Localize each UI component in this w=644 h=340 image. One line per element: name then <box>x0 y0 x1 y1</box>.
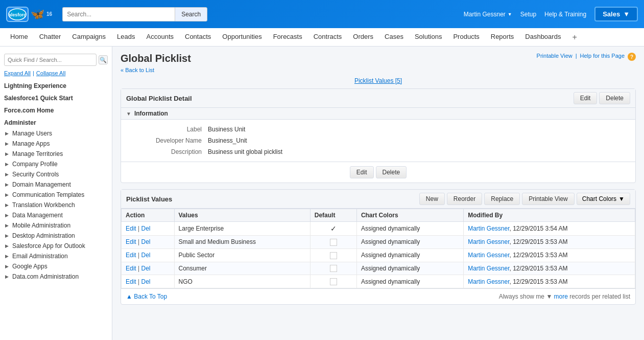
chevron-right-icon: ▶ <box>5 274 10 279</box>
sidebar-item-label: Salesforce App for Outlook <box>12 242 85 250</box>
col-modified-by: Modified By <box>464 209 635 222</box>
user-menu[interactable]: Martin Gessner ▼ <box>464 11 512 18</box>
nav-contacts[interactable]: Contacts <box>180 29 216 46</box>
sidebar-item-data-management[interactable]: ▶ Data Management <box>0 210 112 220</box>
sidebar-item-manage-users[interactable]: ▶ Manage Users <box>0 128 112 139</box>
nav-home[interactable]: Home <box>5 29 33 46</box>
nav-cases[interactable]: Cases <box>379 29 409 46</box>
nav-forecasts[interactable]: Forecasts <box>268 29 307 46</box>
info-section-toggle[interactable]: ▼ Information <box>121 108 635 120</box>
del-link-1[interactable]: Del <box>141 225 150 232</box>
detail-edit-button[interactable]: Edit <box>574 92 598 104</box>
modified-user-link-1[interactable]: Martin Gessner <box>468 225 509 232</box>
edit-link-1[interactable]: Edit <box>126 225 136 232</box>
chevron-down-icon: ▼ <box>126 111 131 117</box>
header-right: Martin Gessner ▼ Setup Help & Training S… <box>464 7 638 21</box>
sidebar-item-security-controls[interactable]: ▶ Security Controls <box>0 169 112 179</box>
collapse-all-link[interactable]: Collapse All <box>36 70 65 76</box>
nav-contracts[interactable]: Contracts <box>308 29 347 46</box>
nav-chatter[interactable]: Chatter <box>34 29 66 46</box>
nav-campaigns[interactable]: Campaigns <box>67 29 111 46</box>
sidebar-item-label: Communication Templates <box>12 191 84 198</box>
sidebar-item-domain-management[interactable]: ▶ Domain Management <box>0 179 112 190</box>
detail-section-header: Global Picklist Detail Edit Delete <box>121 89 635 108</box>
sidebar-item-translation-workbench[interactable]: ▶ Translation Workbench <box>0 200 112 210</box>
help-icon[interactable]: ? <box>628 53 636 61</box>
nav-reports[interactable]: Reports <box>486 29 519 46</box>
sidebar-section-sf1[interactable]: Salesforce1 Quick Start <box>0 92 112 104</box>
sidebar-item-email-admin[interactable]: ▶ Email Administration <box>0 251 112 261</box>
nav-orders[interactable]: Orders <box>348 29 378 46</box>
sidebar-item-datacom-admin[interactable]: ▶ Data.com Administration <box>0 271 112 282</box>
modified-by-cell-1: Martin Gessner, 12/29/2015 3:54 AM <box>464 222 635 236</box>
nav-opportunities[interactable]: Opportunities <box>217 29 267 46</box>
del-link-3[interactable]: Del <box>141 252 150 259</box>
checkbox-empty-icon <box>330 239 337 246</box>
edit-link-3[interactable]: Edit <box>126 252 136 259</box>
nav-solutions[interactable]: Solutions <box>410 29 447 46</box>
sidebar-item-google-apps[interactable]: ▶ Google Apps <box>0 261 112 271</box>
sidebar-item-manage-territories[interactable]: ▶ Manage Territories <box>0 149 112 159</box>
table-row: Edit | Del Consumer Assigned dynamically… <box>122 262 635 275</box>
search-button[interactable]: Search <box>175 7 207 21</box>
sidebar-item-manage-apps[interactable]: ▶ Manage Apps <box>0 139 112 149</box>
sidebar-item-label: Data.com Administration <box>12 273 79 280</box>
edit-link-5[interactable]: Edit <box>126 278 136 285</box>
sidebar-item-label: Manage Users <box>12 130 52 137</box>
value-cell-5: NGO <box>174 275 310 288</box>
sidebar: 🔍 Expand All | Collapse All Lightning Ex… <box>0 47 112 340</box>
edit-link-4[interactable]: Edit <box>126 265 136 272</box>
back-to-top-link[interactable]: ▲ Back To Top <box>126 293 167 300</box>
new-button[interactable]: New <box>419 193 445 205</box>
detail-footer-delete-button[interactable]: Delete <box>376 166 407 178</box>
search-input[interactable] <box>62 7 175 21</box>
sidebar-search-area: 🔍 <box>0 51 112 69</box>
help-page-link[interactable]: Help for this Page <box>580 53 625 61</box>
replace-button[interactable]: Replace <box>484 193 520 205</box>
del-link-4[interactable]: Del <box>141 265 150 272</box>
chevron-right-icon: ▶ <box>5 172 10 177</box>
del-link-2[interactable]: Del <box>141 238 150 245</box>
edit-link-2[interactable]: Edit <box>126 238 136 245</box>
sidebar-item-desktop-admin[interactable]: ▶ Desktop Administration <box>0 231 112 241</box>
more-link[interactable]: more <box>554 293 568 300</box>
help-training-link[interactable]: Help & Training <box>544 11 586 18</box>
sidebar-search-icon[interactable]: 🔍 <box>99 55 108 64</box>
app-selector-button[interactable]: Sales ▼ <box>594 7 638 21</box>
modified-user-link-4[interactable]: Martin Gessner <box>468 265 509 272</box>
nav-accounts[interactable]: Accounts <box>141 29 179 46</box>
sidebar-section-administer: Administer <box>0 116 112 128</box>
back-to-list-link[interactable]: « Back to List <box>121 67 154 73</box>
chart-colors-button[interactable]: Chart Colors ▼ <box>577 193 630 205</box>
sidebar-section-forcecom[interactable]: Force.com Home <box>0 104 112 116</box>
nav-add-tab[interactable]: + <box>567 29 582 46</box>
sidebar-search-input[interactable] <box>4 54 97 66</box>
modified-user-link-3[interactable]: Martin Gessner <box>468 252 509 259</box>
modified-user-link-5[interactable]: Martin Gessner <box>468 278 509 285</box>
del-link-5[interactable]: Del <box>141 278 150 285</box>
modified-by-cell-2: Martin Gessner, 12/29/2015 3:53 AM <box>464 236 635 249</box>
nav-dashboards[interactable]: Dashboards <box>520 29 566 46</box>
chevron-right-icon: ▶ <box>5 223 10 228</box>
nav-products[interactable]: Products <box>448 29 484 46</box>
chart-colors-cell-3: Assigned dynamically <box>356 248 463 262</box>
detail-footer-edit-button[interactable]: Edit <box>350 166 374 178</box>
nav-leads[interactable]: Leads <box>112 29 140 46</box>
expand-all-link[interactable]: Expand All <box>4 70 31 76</box>
detail-delete-button[interactable]: Delete <box>599 92 630 104</box>
sidebar-item-company-profile[interactable]: ▶ Company Profile <box>0 159 112 169</box>
printable-view-link[interactable]: Printable View <box>537 53 573 61</box>
default-cell-3 <box>310 248 356 262</box>
printable-view-table-button[interactable]: Printable View <box>522 193 575 205</box>
version-badge: 16 <box>46 11 52 17</box>
reorder-button[interactable]: Reorder <box>447 193 482 205</box>
sidebar-item-mobile-admin[interactable]: ▶ Mobile Administration <box>0 220 112 231</box>
chevron-right-icon: ▶ <box>5 131 10 136</box>
modified-user-link-2[interactable]: Martin Gessner <box>468 238 509 245</box>
setup-link[interactable]: Setup <box>520 11 536 18</box>
sidebar-section-lightning[interactable]: Lightning Experience <box>0 79 112 92</box>
sidebar-item-sf-outlook[interactable]: ▶ Salesforce App for Outlook <box>0 241 112 251</box>
picklist-values-link[interactable]: Picklist Values [5] <box>354 77 402 84</box>
sidebar-item-communication-templates[interactable]: ▶ Communication Templates <box>0 190 112 200</box>
field-value-developer-name: Business_Unit <box>208 137 630 144</box>
